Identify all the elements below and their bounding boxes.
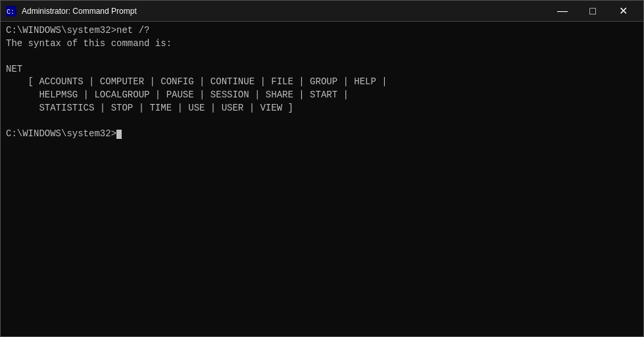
svg-text:C:: C: <box>7 9 14 16</box>
title-bar: C: Administrator: Command Prompt — □ ✕ <box>1 1 643 22</box>
console-line-1: C:\WINDOWS\system32>net /? <box>6 24 638 38</box>
console-prompt-line: C:\WINDOWS\system32> <box>6 128 638 141</box>
close-button[interactable]: ✕ <box>608 1 638 22</box>
console-line-8 <box>6 115 638 128</box>
window-title: Administrator: Command Prompt <box>22 7 547 16</box>
console-line-6: HELPMSG | LOCALGROUP | PAUSE | SESSION |… <box>6 89 638 102</box>
console-line-7: STATISTICS | STOP | TIME | USE | USER | … <box>6 102 638 115</box>
window-controls: — □ ✕ <box>547 1 638 22</box>
minimize-button[interactable]: — <box>547 1 578 22</box>
console-line-5: [ ACCOUNTS | COMPUTER | CONFIG | CONTINU… <box>6 76 638 89</box>
console-output[interactable]: C:\WINDOWS\system32>net /? The syntax of… <box>1 22 643 336</box>
cmd-icon: C: <box>6 6 16 16</box>
cursor-block <box>116 130 122 139</box>
console-line-4: NET <box>6 63 638 76</box>
console-line-3 <box>6 50 638 63</box>
console-line-2: The syntax of this command is: <box>6 38 638 51</box>
cmd-window: C: Administrator: Command Prompt — □ ✕ C… <box>0 0 644 337</box>
maximize-button[interactable]: □ <box>578 1 608 22</box>
